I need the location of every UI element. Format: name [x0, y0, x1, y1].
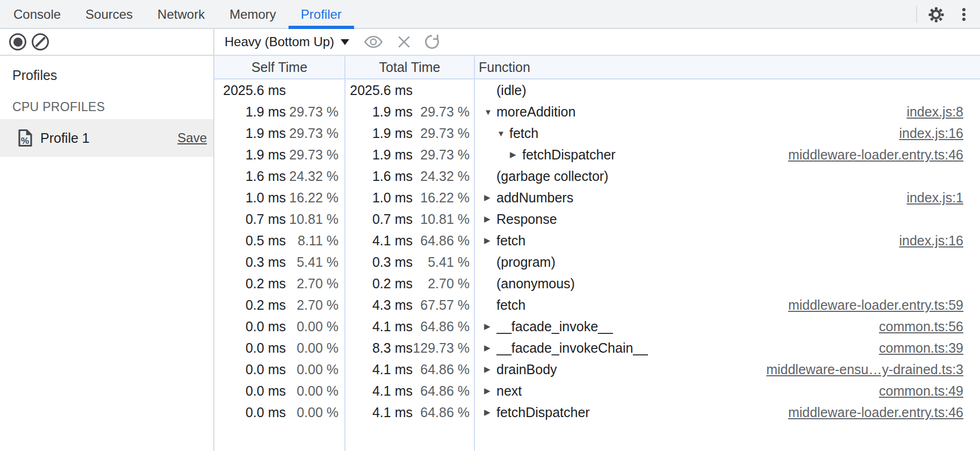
table-row[interactable]: 1.9 ms 29.73 % 1.9 ms 29.73 % ▶ fetchDis…: [214, 144, 980, 165]
tree-expander-icon[interactable]: ▶: [484, 193, 496, 202]
source-location-link[interactable]: index.js:16: [888, 126, 963, 141]
table-row[interactable]: 0.0 ms 0.00 % 4.1 ms 64.86 % ▶ fetchDisp…: [214, 402, 980, 423]
column-header-self-time[interactable]: Self Time: [214, 56, 345, 78]
total-time-percent: 10.81 %: [413, 212, 474, 227]
table-row[interactable]: 1.6 ms 24.32 % 1.6 ms 24.32 % (garbage c…: [214, 165, 980, 187]
function-name: fetchDispatcher: [522, 147, 616, 163]
refresh-icon: [423, 33, 441, 50]
source-location-link[interactable]: middleware-loader.entry.ts:46: [777, 405, 963, 420]
source-location-link[interactable]: index.js:16: [888, 233, 963, 249]
table-row[interactable]: 0.2 ms 2.70 % 4.3 ms 67.57 % fetch middl…: [214, 294, 980, 316]
column-header-function[interactable]: Function: [475, 56, 980, 78]
table-row[interactable]: 0.5 ms 8.11 % 4.1 ms 64.86 % ▶ fetch ind…: [214, 230, 980, 251]
table-row[interactable]: 0.0 ms 0.00 % 8.3 ms 129.73 % ▶ __facade…: [214, 337, 980, 359]
self-time-ms: 0.0 ms: [214, 362, 286, 377]
table-row[interactable]: 1.9 ms 29.73 % 1.9 ms 29.73 % ▼ moreAddi…: [214, 101, 980, 122]
total-time-ms: 1.9 ms: [345, 104, 413, 120]
function-name: addNumbers: [496, 190, 573, 206]
source-location-link[interactable]: common.ts:39: [868, 340, 963, 356]
function-cell: ▶ __facade_invoke__ common.ts:56: [475, 316, 980, 337]
more-options-icon[interactable]: [962, 8, 965, 11]
tree-expander-icon[interactable]: ▶: [484, 364, 496, 374]
table-row[interactable]: 0.0 ms 0.00 % 4.1 ms 64.86 % ▶ __facade_…: [214, 316, 980, 337]
tree-expander-icon[interactable]: ▼: [484, 107, 496, 116]
profiles-heading: Profiles: [0, 56, 213, 84]
total-time-cell: 0.7 ms 10.81 %: [345, 208, 475, 230]
profiler-main-panel: Heavy (Bottom Up): [214, 29, 980, 451]
self-time-cell: 0.0 ms 0.00 %: [214, 316, 345, 337]
function-cell: ▶ fetchDispatcher middleware-loader.entr…: [475, 144, 980, 165]
source-location-link[interactable]: common.ts:49: [868, 383, 963, 399]
tab-network[interactable]: Network: [145, 0, 217, 28]
tree-expander-icon[interactable]: ▶: [484, 236, 496, 245]
profile-name: Profile 1: [40, 130, 90, 146]
tree-expander-icon[interactable]: ▶: [484, 386, 496, 396]
self-time-percent: 0.00 %: [286, 362, 344, 377]
source-location-link[interactable]: middleware-loader.entry.ts:59: [777, 297, 963, 313]
profile-list-item[interactable]: % Profile 1 Save: [0, 119, 213, 157]
table-row[interactable]: 0.2 ms 2.70 % 0.2 ms 2.70 % (anonymous): [214, 273, 980, 294]
self-time-cell: 1.9 ms 29.73 %: [214, 122, 345, 144]
total-time-cell: 1.9 ms 29.73 %: [345, 101, 475, 122]
focus-function-button[interactable]: [363, 35, 384, 49]
total-time-cell: 4.3 ms 67.57 %: [345, 294, 475, 316]
table-row[interactable]: 0.0 ms 0.00 % 4.1 ms 64.86 % ▶ drainBody…: [214, 359, 980, 380]
tab-profiler[interactable]: Profiler: [289, 0, 354, 28]
tree-expander-icon[interactable]: ▶: [484, 214, 496, 224]
restore-functions-button[interactable]: [423, 33, 441, 50]
self-time-percent: 0.00 %: [286, 405, 344, 420]
total-time-percent: 64.86 %: [413, 383, 474, 399]
table-row[interactable]: 1.9 ms 29.73 % 1.9 ms 29.73 % ▼ fetch in…: [214, 122, 980, 144]
chevron-down-icon: [341, 39, 349, 45]
table-row[interactable]: 0.0 ms 0.00 % 4.1 ms 64.86 % ▶ next comm…: [214, 380, 980, 402]
svg-text:%: %: [21, 136, 29, 146]
self-time-ms: 0.5 ms: [214, 233, 286, 249]
self-time-percent: 24.32 %: [286, 169, 344, 184]
self-time-cell: 0.0 ms 0.00 %: [214, 359, 345, 380]
table-row[interactable]: 1.0 ms 16.22 % 1.0 ms 16.22 % ▶ addNumbe…: [214, 187, 980, 208]
self-time-ms: 0.0 ms: [214, 319, 286, 334]
tree-expander-icon[interactable]: ▶: [484, 407, 496, 417]
source-location-link[interactable]: index.js:1: [896, 190, 963, 206]
total-time-percent: 24.32 %: [413, 169, 474, 184]
self-time-ms: 0.7 ms: [214, 212, 286, 227]
table-row[interactable]: 2025.6 ms 2025.6 ms (idle): [214, 79, 980, 101]
function-cell: (garbage collector): [475, 165, 980, 187]
settings-gear-icon[interactable]: [928, 6, 944, 23]
source-location-link[interactable]: common.ts:56: [868, 319, 963, 334]
self-time-percent: 29.73 %: [286, 104, 344, 120]
self-time-percent: 2.70 %: [286, 297, 344, 313]
source-location-link[interactable]: middleware-loader.entry.ts:46: [777, 147, 963, 163]
self-time-cell: 1.0 ms 16.22 %: [214, 187, 345, 208]
total-time-cell: 1.9 ms 29.73 %: [345, 144, 475, 165]
tab-sources[interactable]: Sources: [73, 0, 145, 28]
clear-profiles-button[interactable]: [32, 33, 49, 50]
exclude-function-button[interactable]: [397, 34, 412, 49]
source-location-link[interactable]: middleware-ensu…y-drained.ts:3: [755, 362, 963, 377]
source-location-link[interactable]: index.js:8: [896, 104, 963, 120]
table-row[interactable]: 0.7 ms 10.81 % 0.7 ms 10.81 % ▶ Response: [214, 208, 980, 230]
total-time-cell: 8.3 ms 129.73 %: [345, 337, 475, 359]
record-profile-button[interactable]: [9, 33, 26, 50]
tree-expander-icon[interactable]: ▶: [510, 150, 522, 159]
total-time-cell: 4.1 ms 64.86 %: [345, 380, 475, 402]
function-cell: ▼ moreAddition index.js:8: [475, 101, 980, 122]
total-time-cell: 1.0 ms 16.22 %: [345, 187, 475, 208]
tree-expander-icon[interactable]: ▼: [497, 129, 509, 138]
tree-expander-icon[interactable]: ▶: [484, 343, 496, 353]
sidebar-toolbar: [0, 29, 213, 56]
self-time-cell: 1.6 ms 24.32 %: [214, 165, 345, 187]
tree-expander-icon[interactable]: ▶: [484, 322, 496, 331]
total-time-ms: 1.9 ms: [345, 147, 413, 163]
function-name: moreAddition: [496, 104, 575, 120]
devtools-tab-bar: ConsoleSourcesNetworkMemoryProfiler: [0, 0, 980, 29]
function-cell: ▶ drainBody middleware-ensu…y-drained.ts…: [475, 359, 980, 380]
table-row[interactable]: 0.3 ms 5.41 % 0.3 ms 5.41 % (program): [214, 251, 980, 273]
eye-icon: [363, 35, 384, 49]
view-mode-dropdown[interactable]: Heavy (Bottom Up): [225, 34, 349, 49]
total-time-ms: 1.6 ms: [345, 169, 413, 184]
save-profile-link[interactable]: Save: [177, 130, 207, 145]
column-header-total-time[interactable]: Total Time: [345, 56, 475, 78]
tab-console[interactable]: Console: [1, 0, 73, 28]
tab-memory[interactable]: Memory: [217, 0, 289, 28]
